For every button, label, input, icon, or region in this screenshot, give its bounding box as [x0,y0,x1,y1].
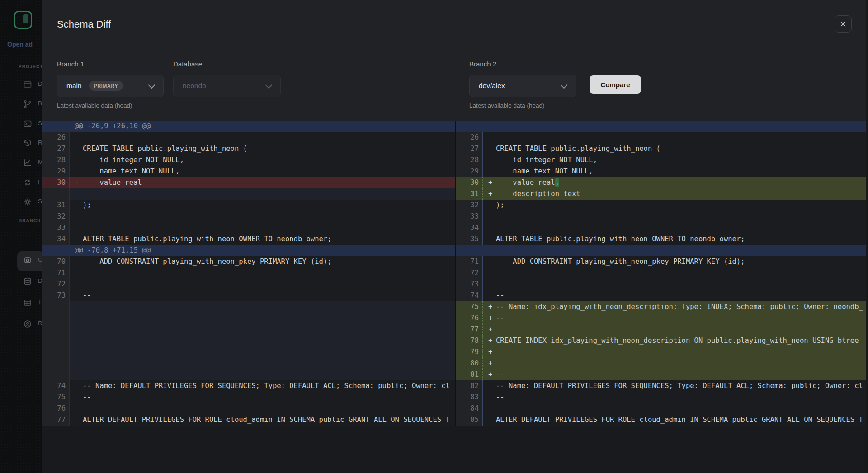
code-text: CREATE TABLE public.playing_with_neon ( [83,143,247,155]
sidebar-item-integrations[interactable]: I [0,173,42,192]
diff-row: 71 [42,267,455,279]
word-diff-highlight: , [555,178,559,187]
diff-marker [75,188,83,200]
line-number [42,358,70,369]
tables-icon [23,298,33,308]
sidebar-item-roles[interactable]: R [0,315,42,333]
code-cell: ALTER DEFAULT PRIVILEGES FOR ROLE cloud_… [70,414,455,426]
diff-row: 26 [42,132,455,143]
line-number: 75 [456,301,483,313]
diff-marker [75,256,83,267]
diff-marker [488,403,496,414]
code-cell [70,279,455,290]
line-number: 30 [456,177,483,188]
diff-row: 32); [456,200,868,211]
code-cell [70,313,455,324]
diff-row: 75+-- Name: idx_playing_with_neon_descri… [456,301,868,313]
database-select[interactable]: neondb [173,75,281,97]
code-cell [70,132,455,143]
restore-icon [23,138,33,148]
line-number [42,301,70,313]
branches-icon [23,99,33,109]
hunk-header-text [456,245,488,256]
line-number: 76 [42,403,70,414]
code-text: value real [83,177,142,188]
code-cell [70,301,455,313]
code-cell [70,267,455,279]
diff-marker [75,132,83,143]
dashboard-icon [23,80,33,89]
sidebar-item-label: B [38,100,42,107]
diff-row: 79+ [456,347,868,358]
code-cell [70,347,455,358]
sidebar-item-label: S [38,198,42,205]
diff-marker [488,155,496,166]
diff-pane-branch2[interactable]: 2627CREATE TABLE public.playing_with_neo… [455,121,868,426]
code-cell: ADD CONSTRAINT playing_with_neon_pkey PR… [483,256,868,267]
sidebar-item-branches[interactable]: B [0,95,42,113]
line-number: 33 [456,211,483,222]
code-cell [70,335,455,347]
code-cell: + [483,358,868,369]
code-cell [483,267,868,279]
branch2-value: dev/alex [479,82,505,90]
code-cell: + description text [483,188,868,200]
diff-marker: - [75,177,83,188]
line-number: 27 [42,143,70,155]
diff-marker [75,222,83,234]
code-cell: CREATE TABLE public.playing_with_neon ( [70,143,455,155]
computes-icon [23,255,33,265]
code-cell: +-- [483,369,868,380]
sidebar-item-computes[interactable]: C [0,251,42,269]
line-number: 79 [456,347,483,358]
diff-row: 85ALTER DEFAULT PRIVILEGES FOR ROLE clou… [456,414,868,426]
integrations-icon [23,178,33,187]
code-cell [483,132,868,143]
line-number [42,188,70,200]
branch2-select[interactable]: dev/alex [469,75,576,97]
sidebar-item-monitoring[interactable]: M [0,154,42,172]
sidebar-item-restore[interactable]: R [0,134,42,152]
diff-marker [75,279,83,290]
scrollbar-track[interactable] [866,0,868,473]
diff-marker [75,290,83,301]
line-number: 71 [456,256,483,267]
filler-row [42,358,455,369]
diff-row: 84 [456,403,868,414]
code-cell: ALTER TABLE public.playing_with_neon OWN… [70,234,455,245]
close-button[interactable]: ✕ [835,15,852,33]
code-cell: -- Name: DEFAULT PRIVILEGES FOR SEQUENCE… [483,380,868,392]
branch1-select[interactable]: main PRIMARY [57,75,164,97]
sidebar-item-settings[interactable]: S [0,193,42,211]
sidebar-item-label: T [38,299,42,305]
diff-row: 33 [456,211,868,222]
diff-marker [488,132,496,143]
diff-marker [488,143,496,155]
diff-row: 29 name text NOT NULL, [456,166,868,177]
sql-editor-icon [23,119,33,129]
hunk-header-text [456,121,488,132]
diff-pane-branch1[interactable]: @@ -26,9 +26,10 @@2627CREATE TABLE publi… [42,121,455,426]
diff-marker [75,211,83,222]
branch1-hint: Latest available data (head) [57,102,132,109]
sidebar-item-tables[interactable]: T [0,294,42,312]
code-cell: +-- [483,313,868,324]
open-admin-link[interactable]: Open ad [7,41,33,48]
diff-row: 76+-- [456,313,868,324]
diff-row: 73 [456,279,868,290]
compare-button[interactable]: Compare [590,75,641,94]
code-cell [70,369,455,380]
line-number: 77 [456,324,483,335]
diff-row: 75-- [42,392,455,403]
chevron-down-icon [148,82,156,89]
sidebar-item-databases[interactable]: D [0,272,42,290]
sidebar-item-label: R [38,139,42,146]
sidebar-item-dashboard[interactable]: D [0,75,42,94]
line-number: 74 [42,380,70,392]
sidebar-item-sql-editor[interactable]: S [0,115,42,133]
diff-marker [488,290,496,301]
line-number: 70 [42,256,70,267]
line-number: 76 [456,313,483,324]
code-cell [70,211,455,222]
sidebar-item-label: M [38,159,42,165]
